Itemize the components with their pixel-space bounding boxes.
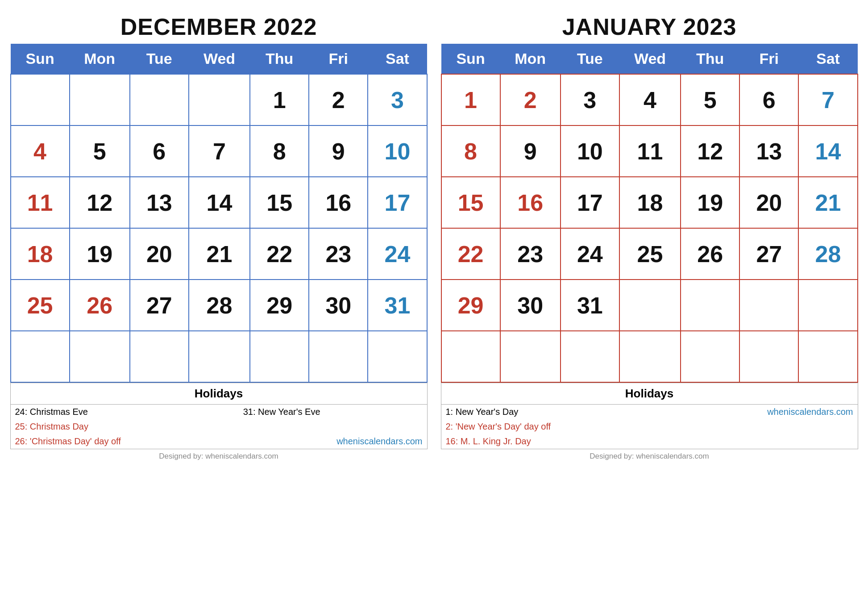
jan-day-2-6: 21: [798, 177, 857, 228]
jan-holiday-3-col1: 16: M. L. King Jr. Day: [441, 434, 669, 449]
dec-col-sun: Sun: [11, 44, 70, 74]
dec-day-5-2: [130, 331, 189, 382]
dec-day-0-1: [70, 74, 130, 125]
dec-designed-by: Designed by: wheniscalendars.com: [10, 452, 428, 461]
jan-week-1: 1234567: [441, 74, 858, 125]
dec-holiday-row-2: 25: Christmas Day: [11, 419, 427, 434]
dec-day-5-4: [250, 331, 309, 382]
dec-col-sat: Sat: [368, 44, 427, 74]
dec-holiday-2-col2: [239, 419, 427, 434]
dec-day-2-0: 11: [11, 177, 70, 228]
january-holidays-section: Holidays 1: New Year's Day wheniscalenda…: [441, 383, 858, 449]
dec-holiday-3-col1: 26: 'Christmas Day' day off: [11, 434, 239, 449]
jan-week-4: 22232425262728: [441, 228, 858, 280]
dec-day-2-6: 17: [368, 177, 427, 228]
jan-day-4-1: 30: [500, 280, 561, 331]
dec-day-2-2: 13: [130, 177, 189, 228]
jan-day-3-0: 22: [441, 228, 500, 280]
jan-day-2-0: 15: [441, 177, 500, 228]
dec-week-2: 45678910: [11, 125, 427, 177]
jan-day-0-2: 3: [561, 74, 619, 125]
dec-day-4-1: 26: [70, 280, 130, 331]
dec-day-1-2: 6: [130, 125, 189, 177]
january-holidays-table: 1: New Year's Day wheniscalendars.com 2:…: [441, 405, 858, 449]
jan-day-0-6: 7: [798, 74, 857, 125]
dec-col-tue: Tue: [130, 44, 189, 74]
jan-col-sat: Sat: [798, 44, 857, 74]
dec-day-3-3: 21: [189, 228, 250, 280]
dec-day-0-2: [130, 74, 189, 125]
jan-day-5-0: [441, 331, 500, 382]
jan-day-1-1: 9: [500, 125, 561, 177]
december-table: Sun Mon Tue Wed Thu Fri Sat 123456789101…: [10, 44, 428, 383]
dec-day-4-4: 29: [250, 280, 309, 331]
dec-day-2-4: 15: [250, 177, 309, 228]
jan-day-0-4: 5: [681, 74, 739, 125]
december-header: Sun Mon Tue Wed Thu Fri Sat: [11, 44, 427, 74]
dec-day-1-1: 5: [70, 125, 130, 177]
dec-day-1-4: 8: [250, 125, 309, 177]
jan-week-5: 293031: [441, 280, 858, 331]
jan-day-5-2: [561, 331, 619, 382]
dec-day-3-4: 22: [250, 228, 309, 280]
dec-day-1-0: 4: [11, 125, 70, 177]
january-holidays-header: Holidays: [441, 383, 858, 405]
january-body: 1234567891011121314151617181920212223242…: [441, 74, 858, 382]
december-header-row: Sun Mon Tue Wed Thu Fri Sat: [11, 44, 427, 74]
jan-holiday-row-2: 2: 'New Year's Day' day off: [441, 419, 858, 434]
dec-day-5-5: [309, 331, 368, 382]
dec-day-1-6: 10: [368, 125, 427, 177]
dec-day-3-5: 23: [309, 228, 368, 280]
jan-day-0-0: 1: [441, 74, 500, 125]
jan-day-1-3: 11: [619, 125, 681, 177]
dec-col-mon: Mon: [70, 44, 130, 74]
dec-day-5-0: [11, 331, 70, 382]
jan-website: wheniscalendars.com: [669, 405, 857, 419]
jan-col-wed: Wed: [619, 44, 681, 74]
jan-day-5-5: [739, 331, 798, 382]
january-header-row: Sun Mon Tue Wed Thu Fri Sat: [441, 44, 858, 74]
december-calendar: DECEMBER 2022 Sun Mon Tue Wed Thu Fri Sa…: [10, 13, 428, 461]
dec-day-5-1: [70, 331, 130, 382]
dec-day-0-5: 2: [309, 74, 368, 125]
jan-day-3-6: 28: [798, 228, 857, 280]
dec-week-5: 25262728293031: [11, 280, 427, 331]
dec-day-5-3: [189, 331, 250, 382]
jan-col-mon: Mon: [500, 44, 561, 74]
jan-day-5-6: [798, 331, 857, 382]
dec-col-wed: Wed: [189, 44, 250, 74]
jan-day-4-0: 29: [441, 280, 500, 331]
jan-holiday-2-col1: 2: 'New Year's Day' day off: [441, 419, 669, 434]
jan-day-2-3: 18: [619, 177, 681, 228]
dec-day-3-6: 24: [368, 228, 427, 280]
jan-day-0-5: 6: [739, 74, 798, 125]
dec-week-3: 11121314151617: [11, 177, 427, 228]
jan-day-4-5: [739, 280, 798, 331]
jan-day-1-0: 8: [441, 125, 500, 177]
dec-website: wheniscalendars.com: [239, 434, 427, 449]
dec-day-4-0: 25: [11, 280, 70, 331]
jan-day-1-6: 14: [798, 125, 857, 177]
jan-day-2-4: 19: [681, 177, 739, 228]
december-holidays-table: 24: Christmas Eve 31: New Year's Eve 25:…: [11, 405, 427, 449]
jan-holiday-2-col2: [669, 419, 857, 434]
jan-day-5-4: [681, 331, 739, 382]
jan-designed-by: Designed by: wheniscalendars.com: [441, 452, 858, 461]
dec-day-4-3: 28: [189, 280, 250, 331]
jan-col-thu: Thu: [681, 44, 739, 74]
jan-holiday-1-col1: 1: New Year's Day: [441, 405, 669, 419]
jan-day-1-2: 10: [561, 125, 619, 177]
jan-week-3: 15161718192021: [441, 177, 858, 228]
dec-day-3-0: 18: [11, 228, 70, 280]
dec-day-0-6: 3: [368, 74, 427, 125]
dec-day-2-3: 14: [189, 177, 250, 228]
dec-day-2-1: 12: [70, 177, 130, 228]
jan-day-1-4: 12: [681, 125, 739, 177]
page-container: DECEMBER 2022 Sun Mon Tue Wed Thu Fri Sa…: [10, 13, 858, 461]
jan-day-1-5: 13: [739, 125, 798, 177]
jan-week-6: [441, 331, 858, 382]
dec-week-4: 18192021222324: [11, 228, 427, 280]
dec-week-1: 123: [11, 74, 427, 125]
dec-day-4-5: 30: [309, 280, 368, 331]
december-title: DECEMBER 2022: [10, 13, 428, 40]
